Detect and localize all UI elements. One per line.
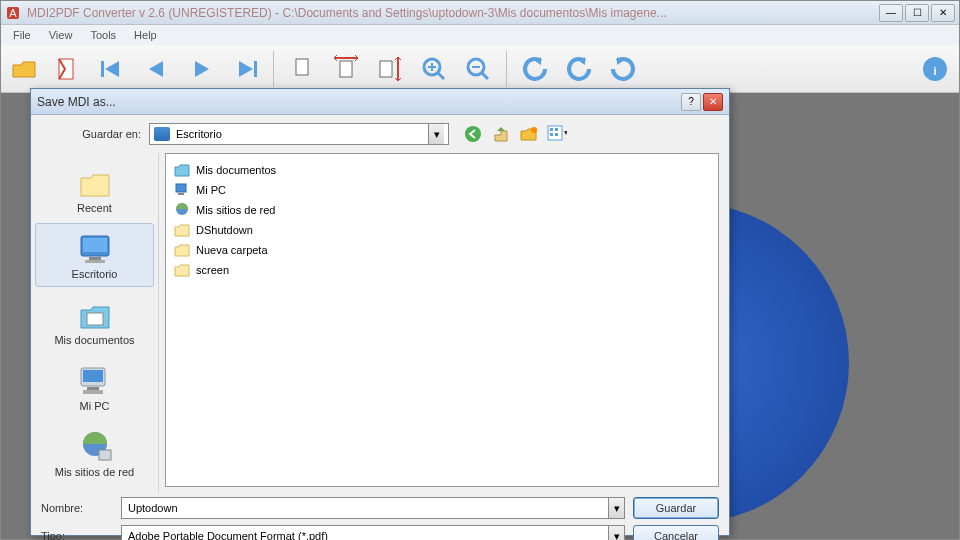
pc-icon [174, 182, 190, 198]
menu-file[interactable]: File [5, 27, 39, 43]
svg-rect-17 [555, 133, 558, 136]
save-in-label: Guardar en: [41, 128, 141, 140]
save-dialog: Save MDI as... ? ✕ Guardar en: Escritori… [30, 88, 730, 536]
menu-view[interactable]: View [41, 27, 81, 43]
open-icon[interactable] [9, 53, 41, 85]
place-desktop[interactable]: Escritorio [35, 223, 154, 287]
file-label: Mi PC [196, 184, 226, 196]
svg-rect-22 [87, 313, 103, 325]
location-text: Escritorio [176, 128, 222, 140]
up-icon[interactable] [491, 124, 511, 144]
minimize-button[interactable]: — [879, 4, 903, 22]
place-label: Mi PC [80, 400, 110, 412]
nav-prev-icon[interactable] [141, 53, 173, 85]
svg-text:A: A [9, 7, 17, 19]
file-label: Nueva carpeta [196, 244, 268, 256]
toolbar-separator [273, 51, 274, 87]
location-select[interactable]: Escritorio ▾ [149, 123, 449, 145]
titlebar: A MDI2PDF Converter v 2.6 (UNREGISTERED)… [1, 1, 959, 25]
file-label: DShutdown [196, 224, 253, 236]
file-item[interactable]: Mis documentos [172, 160, 712, 180]
dialog-help-button[interactable]: ? [681, 93, 701, 111]
filename-input[interactable]: Uptodown ▾ [121, 497, 625, 519]
place-label: Escritorio [72, 268, 118, 280]
folder-icon [174, 242, 190, 258]
svg-text:i: i [933, 65, 936, 77]
new-folder-icon[interactable] [519, 124, 539, 144]
svg-rect-3 [254, 61, 257, 77]
window-title: MDI2PDF Converter v 2.6 (UNREGISTERED) -… [27, 6, 879, 20]
menubar: File View Tools Help [1, 25, 959, 45]
file-item[interactable]: screen [172, 260, 712, 280]
rotate-left-icon[interactable] [519, 53, 551, 85]
place-recent[interactable]: Recent [35, 157, 154, 221]
place-label: Mis sitios de red [55, 466, 134, 478]
file-label: Mis documentos [196, 164, 276, 176]
chevron-down-icon[interactable]: ▾ [428, 124, 444, 144]
file-item[interactable]: Mis sitios de red [172, 200, 712, 220]
type-label: Tipo: [41, 530, 113, 540]
chevron-down-icon[interactable]: ▾ [608, 526, 624, 540]
close-button[interactable]: ✕ [931, 4, 955, 22]
save-button[interactable]: Guardar [633, 497, 719, 519]
svg-rect-30 [178, 193, 184, 195]
folder-icon [174, 222, 190, 238]
app-icon: A [5, 5, 21, 21]
place-documents[interactable]: Mis documentos [35, 289, 154, 353]
back-icon[interactable] [463, 124, 483, 144]
svg-rect-21 [85, 260, 105, 263]
network-icon [75, 428, 115, 464]
nav-last-icon[interactable] [229, 53, 261, 85]
svg-point-12 [531, 127, 537, 133]
svg-rect-15 [555, 128, 558, 131]
places-bar: RecentEscritorioMis documentosMi PCMis s… [31, 153, 159, 493]
info-icon[interactable]: i [919, 53, 951, 85]
dialog-titlebar: Save MDI as... ? ✕ [31, 89, 729, 115]
chevron-down-icon[interactable]: ▾ [608, 498, 624, 518]
svg-rect-19 [83, 238, 107, 252]
svg-rect-16 [550, 133, 553, 136]
file-item[interactable]: Mi PC [172, 180, 712, 200]
menu-help[interactable]: Help [126, 27, 165, 43]
page-height-icon[interactable] [374, 53, 406, 85]
page-single-icon[interactable] [286, 53, 318, 85]
svg-rect-6 [380, 61, 392, 77]
folder-icon [174, 262, 190, 278]
svg-rect-28 [99, 450, 111, 460]
menu-tools[interactable]: Tools [82, 27, 124, 43]
file-list[interactable]: Mis documentosMi PCMis sitios de redDShu… [165, 153, 719, 487]
desktop-icon [75, 230, 115, 266]
toolbar: i [1, 45, 959, 93]
rotate-left2-icon[interactable] [563, 53, 595, 85]
name-label: Nombre: [41, 502, 113, 514]
file-item[interactable]: DShutdown [172, 220, 712, 240]
documents-icon [75, 296, 115, 332]
nav-first-icon[interactable] [97, 53, 129, 85]
file-item[interactable]: Nueva carpeta [172, 240, 712, 260]
file-label: Mis sitios de red [196, 204, 275, 216]
filetype-select[interactable]: Adobe Portable Document Format (*.pdf) ▾ [121, 525, 625, 540]
zoom-in-icon[interactable] [418, 53, 450, 85]
svg-point-11 [465, 126, 481, 142]
view-menu-icon[interactable] [547, 124, 567, 144]
rotate-right-icon[interactable] [607, 53, 639, 85]
cancel-button[interactable]: Cancelar [633, 525, 719, 540]
zoom-out-icon[interactable] [462, 53, 494, 85]
filename-value: Uptodown [128, 502, 178, 514]
svg-rect-29 [176, 184, 186, 192]
toolbar-separator [506, 51, 507, 87]
place-network[interactable]: Mis sitios de red [35, 421, 154, 485]
docs-icon [174, 162, 190, 178]
recent-icon [75, 164, 115, 200]
monitor-icon [154, 127, 170, 141]
svg-rect-24 [83, 370, 103, 382]
pdf-icon[interactable] [53, 53, 85, 85]
maximize-button[interactable]: ☐ [905, 4, 929, 22]
page-width-icon[interactable] [330, 53, 362, 85]
nav-next-icon[interactable] [185, 53, 217, 85]
place-label: Recent [77, 202, 112, 214]
svg-rect-5 [340, 61, 352, 77]
place-mypc[interactable]: Mi PC [35, 355, 154, 419]
svg-rect-14 [550, 128, 553, 131]
dialog-close-button[interactable]: ✕ [703, 93, 723, 111]
